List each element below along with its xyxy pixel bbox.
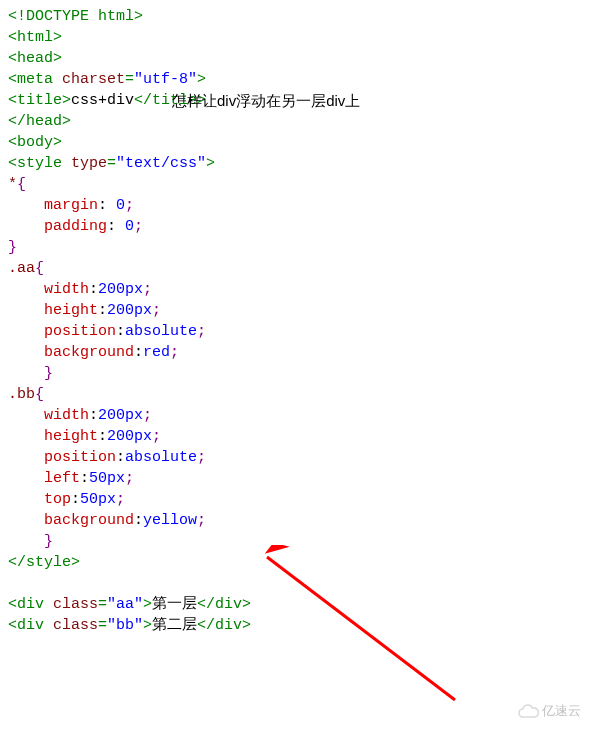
css-prop: width [44, 407, 89, 424]
css-val: absolute [125, 323, 197, 340]
code-line: <title> [8, 92, 71, 109]
css-prop: height [44, 428, 98, 445]
css-prop: background [44, 512, 134, 529]
title-text: css+div [71, 92, 134, 109]
css-prop: position [44, 449, 116, 466]
code-line: <html> [8, 29, 62, 46]
watermark: 亿速云 [517, 700, 581, 721]
css-val: 0 [116, 218, 134, 235]
overlay-chinese-text: 怎样让div浮动在另一层div上 [172, 90, 360, 111]
attr-name: class [53, 617, 98, 634]
tag-close: > [143, 596, 152, 613]
brace: { [35, 386, 44, 403]
div-text: 第一层 [152, 596, 197, 613]
css-prop: background [44, 344, 134, 361]
css-val: 200px [98, 407, 143, 424]
brace: } [8, 239, 17, 256]
attr-name: charset [62, 71, 125, 88]
attr-value: "text/css" [116, 155, 206, 172]
watermark-text: 亿速云 [542, 700, 581, 721]
css-val: absolute [125, 449, 197, 466]
code-line: <style [8, 155, 71, 172]
attr-name: class [53, 596, 98, 613]
code-line: <head> [8, 50, 62, 67]
css-val: 0 [107, 197, 125, 214]
css-val: 200px [107, 302, 152, 319]
code-line: <meta [8, 71, 62, 88]
css-selector: .aa [8, 260, 35, 277]
div-text: 第二层 [152, 617, 197, 634]
css-prop: top [44, 491, 71, 508]
equals: = [107, 155, 116, 172]
tag-close: </div> [197, 617, 251, 634]
code-line: </style> [8, 554, 80, 571]
tag-close: > [206, 155, 215, 172]
brace: } [44, 533, 53, 550]
attr-value: "bb" [107, 617, 143, 634]
css-val: red [143, 344, 170, 361]
code-line: <div [8, 596, 53, 613]
code-line: <div [8, 617, 53, 634]
css-prop: left [44, 470, 80, 487]
tag-close: > [143, 617, 152, 634]
code-line: </head> [8, 113, 71, 130]
css-selector: * [8, 176, 17, 193]
css-val: yellow [143, 512, 197, 529]
code-line: <!DOCTYPE html> [8, 8, 143, 25]
tag-close: > [197, 71, 206, 88]
css-val: 200px [107, 428, 152, 445]
cloud-icon [517, 703, 539, 719]
attr-name: type [71, 155, 107, 172]
css-selector: .bb [8, 386, 35, 403]
css-val: 50px [89, 470, 125, 487]
tag-close: </div> [197, 596, 251, 613]
attr-value: "aa" [107, 596, 143, 613]
equals: = [98, 596, 107, 613]
equals: = [98, 617, 107, 634]
brace: { [17, 176, 26, 193]
attr-value: "utf-8" [134, 71, 197, 88]
css-prop: padding [44, 218, 107, 235]
css-prop: width [44, 281, 89, 298]
css-val: 200px [98, 281, 143, 298]
brace: } [44, 365, 53, 382]
equals: = [125, 71, 134, 88]
code-line: <body> [8, 134, 62, 151]
css-prop: height [44, 302, 98, 319]
css-prop: position [44, 323, 116, 340]
brace: { [35, 260, 44, 277]
css-prop: margin [44, 197, 98, 214]
css-val: 50px [80, 491, 116, 508]
